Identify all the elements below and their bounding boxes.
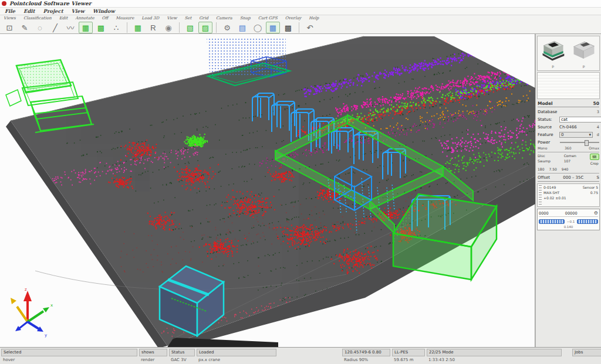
status-cell-9: Jobs	[572, 349, 601, 363]
menu-item-window[interactable]: Window	[93, 8, 115, 14]
offset-suffix: S	[597, 175, 599, 180]
toolbar-caption: Off	[102, 16, 109, 21]
ring-icon: ◯	[254, 24, 262, 32]
ring-button[interactable]: ◯	[251, 22, 265, 33]
offset-value: 000 – 35C	[563, 175, 583, 180]
report-icon: ▤	[239, 24, 246, 32]
model-preview-box: p p	[537, 36, 600, 71]
panel-fields: Database3Status:QSourceCh-04664Feature0▾…	[536, 108, 601, 138]
toolbar-caption: Snap	[240, 16, 251, 21]
gear-icon[interactable]: ⚙	[594, 210, 598, 216]
lasso-select-button[interactable]: ◌	[33, 22, 47, 33]
svg-text:y: y	[45, 333, 47, 338]
toolbar-caption: Classification	[23, 16, 52, 21]
gear-tool-button[interactable]: ⚙	[220, 22, 234, 33]
status-cell-bottom: hover	[1, 357, 137, 363]
power-slider[interactable]	[560, 142, 599, 143]
marquee-select-icon: ⊡	[6, 24, 13, 32]
menu-item-view[interactable]: View	[72, 8, 85, 14]
app-icon	[2, 1, 6, 6]
status-cell-2: StatusGAC 3V	[169, 349, 195, 363]
panel-header-label: Model	[538, 101, 553, 106]
status-spacer	[278, 349, 340, 363]
range-bar-left[interactable]	[539, 219, 565, 224]
smooth-button[interactable]: 〰	[63, 22, 77, 33]
status-cell-top: shows	[139, 349, 167, 356]
status-cell-top: 22/25 Mode	[427, 349, 562, 356]
panel-field-database: Database3	[538, 108, 599, 115]
marquee-select-button[interactable]: ⊡	[2, 22, 16, 33]
toolbar-caption: View	[167, 16, 177, 21]
window-title: Pointcloud Software Viewer	[9, 1, 91, 6]
status-input[interactable]	[559, 117, 601, 123]
mini-value-f: 7.50	[549, 167, 556, 171]
status-cell-top: Selected	[1, 349, 137, 356]
grid-green-button[interactable]: ▦	[131, 22, 145, 33]
properties-panel: p p Model 50 Database3Status:QSourceCh-0…	[535, 34, 601, 347]
status-cell-5: 120.45749-6 0.80Radius 90%	[342, 349, 390, 363]
status-cell-0: Selectedhover	[1, 349, 137, 363]
register-button[interactable]: R	[146, 22, 160, 33]
info-line-1: 0-0149	[543, 185, 581, 189]
model-list[interactable]	[537, 72, 600, 99]
menu-bar: FileEditProjectViewWindow	[0, 8, 601, 15]
classify-dense-button[interactable]: ▩	[94, 22, 108, 33]
sphere-button[interactable]: ◉	[161, 22, 175, 33]
panel-header: Model 50	[538, 101, 599, 107]
range-bottom-label: 0.140	[564, 225, 573, 229]
status-cell-top: LL-PES	[392, 349, 425, 356]
status-cell-top: Loaded	[197, 349, 276, 356]
thumbnail-caption: p	[552, 64, 554, 68]
slider-thumb[interactable]	[585, 140, 589, 146]
field-label: Database	[538, 110, 558, 114]
freehand-select-button[interactable]: ✎	[18, 22, 32, 33]
report-button[interactable]: ▤	[235, 22, 249, 33]
status-cell-1: showsrender	[139, 349, 167, 363]
model-thumbnail-gray[interactable]: p	[569, 38, 599, 69]
offset-label: Offset	[538, 175, 550, 180]
toolbar-caption: Cart GPS	[258, 16, 278, 21]
chevron-down-icon: ▾	[589, 132, 591, 137]
panel-field-status: Status:Q	[538, 116, 599, 123]
table-button[interactable]: ▦	[266, 22, 280, 33]
viewport-3d[interactable]: z x y	[0, 34, 535, 347]
feature-select[interactable]: 0▾	[559, 132, 593, 138]
info-line-2: MAX-SHT	[543, 190, 581, 195]
toolbar-caption: Camera	[216, 16, 232, 21]
vegetation-dense-button[interactable]: ▨	[198, 22, 212, 33]
undo-icon: ↶	[307, 24, 313, 32]
mini-label-b: Comen	[564, 154, 576, 158]
toolbar: ViewsClassificationEditAnnotateOffMeasur…	[0, 15, 601, 34]
undo-button[interactable]: ↶	[303, 22, 317, 33]
sphere-icon: ◉	[165, 24, 171, 32]
status-cell-6: LL-PES59.675 m	[392, 349, 425, 363]
classify-ground-button[interactable]: ▦	[79, 22, 93, 33]
transform-mini-panel: Disc Swamp Comen 107 tilt Crop 180 7.50 …	[538, 154, 599, 174]
scatter-points-button[interactable]: ∴	[109, 22, 123, 33]
range-mid-label: ~0.1	[567, 220, 575, 223]
mini-value-g: 940	[562, 167, 568, 171]
tilt-button[interactable]: tilt	[590, 154, 600, 160]
status-cell-bottom: 59.675 m	[392, 357, 425, 363]
mini-label-d: 107	[564, 159, 576, 163]
info-ticks	[539, 185, 542, 205]
svg-text:z: z	[25, 287, 27, 292]
tilt-caption: Crop	[590, 161, 599, 165]
menu-item-file[interactable]: File	[5, 8, 15, 14]
vegetation-button[interactable]: ▧	[183, 22, 197, 33]
info-right-1: Sensor 5	[583, 185, 598, 189]
cut-button[interactable]: ╱	[48, 22, 62, 33]
menu-item-project[interactable]: Project	[43, 8, 63, 14]
range-bar-right[interactable]	[577, 219, 598, 224]
freehand-select-icon: ✎	[22, 24, 28, 32]
menu-item-edit[interactable]: Edit	[23, 8, 35, 14]
model-thumbnail-green[interactable]: p	[538, 38, 568, 69]
field-label: Status:	[538, 117, 558, 122]
status-cell-top: 120.45749-6 0.80	[342, 349, 390, 356]
range-tab-right[interactable]: 00000	[565, 211, 578, 216]
matrix-button[interactable]: ▩	[281, 22, 295, 33]
scatter-points-icon: ∴	[114, 24, 119, 32]
toolbar-captions: ViewsClassificationEditAnnotateOffMeasur…	[0, 15, 601, 21]
cut-icon: ╱	[53, 24, 58, 32]
range-tab-left[interactable]: 0000	[539, 211, 549, 216]
